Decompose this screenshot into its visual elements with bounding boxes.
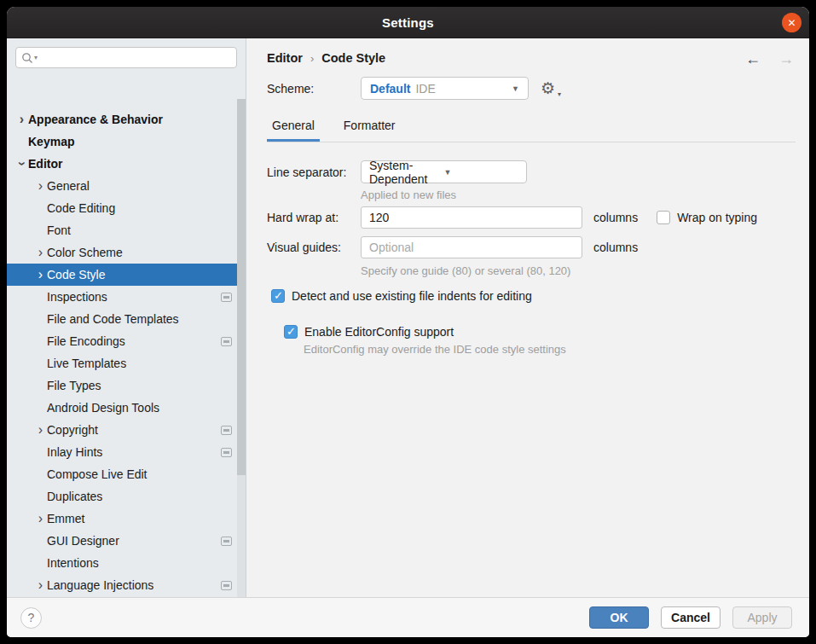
per-project-settings-icon [221,337,232,346]
cancel-button[interactable]: Cancel [661,606,721,629]
chevron-down-icon: ▼ [512,84,519,93]
scheme-gear-button[interactable]: ⚙▾ [541,80,555,96]
sidebar-item-appearance-behavior[interactable]: ›Appearance & Behavior [7,108,246,131]
sidebar-item-copyright[interactable]: ›Copyright [7,419,246,441]
sidebar-item-language-injections[interactable]: ›Language Injections [7,574,246,596]
back-arrow-icon[interactable]: ← [745,50,761,67]
search-icon [21,52,33,64]
sidebar-item-label: Color Scheme [47,246,123,259]
sidebar-item-label: Inlay Hints [47,445,102,459]
sidebar-item-android-design-tools[interactable]: Android Design Tools [7,397,246,419]
sidebar-item-label: Duplicates [47,490,102,503]
chevron-right-icon[interactable]: › [34,246,47,259]
per-project-settings-icon [221,448,232,457]
sidebar-item-duplicates[interactable]: Duplicates [7,485,246,508]
settings-sidebar: ▾ ›Appearance & BehaviorKeymap›Editor›Ge… [7,38,246,597]
ok-button[interactable]: OK [589,606,649,629]
scheme-row: Scheme: Default IDE ▼ ⚙▾ [267,77,796,100]
sidebar-item-label: Language Injections [47,578,153,592]
sidebar-item-label: File Types [47,379,101,392]
sidebar-item-label: Live Templates [47,357,126,370]
hard-wrap-label: Hard wrap at: [267,211,361,224]
settings-window: Settings ✕ ▾ ›Appearance & BehaviorKeyma… [7,7,809,637]
sidebar-item-file-types[interactable]: File Types [7,374,246,397]
chevron-down-icon: ▾ [558,91,561,98]
line-separator-label: Line separator: [267,165,361,179]
apply-button: Apply [732,606,792,629]
sidebar-tree: ›Appearance & BehaviorKeymap›Editor›Gene… [7,99,246,597]
editorconfig-checkbox[interactable] [284,325,298,339]
editorconfig-label: Enable EditorConfig support [304,325,454,339]
visual-guides-label: Visual guides: [267,241,361,254]
sidebar-item-file-and-code-templates[interactable]: File and Code Templates [7,308,246,330]
hard-wrap-input[interactable] [361,206,582,229]
close-icon: ✕ [787,17,796,29]
per-project-settings-icon [221,426,232,435]
chevron-right-icon[interactable]: › [34,179,47,193]
settings-content: Editor › Code Style ← → Scheme: Default … [246,38,809,597]
visual-guides-input[interactable] [361,236,582,258]
per-project-settings-icon [221,581,232,590]
sidebar-item-label: File Encodings [47,334,125,348]
sidebar-item-code-editing[interactable]: Code Editing [7,197,246,219]
detect-indents-checkbox[interactable] [271,289,285,303]
sidebar-item-label: Keymap [28,135,74,148]
chevron-right-icon[interactable]: › [34,578,47,592]
sidebar-item-inspections[interactable]: Inspections [7,286,246,308]
sidebar-item-general[interactable]: ›General [7,175,246,197]
sidebar-item-label: Android Design Tools [47,401,159,415]
sidebar-item-emmet[interactable]: ›Emmet [7,508,246,530]
per-project-settings-icon [221,293,232,302]
sidebar-item-intentions[interactable]: Intentions [7,552,246,574]
scheme-suffix: IDE [415,82,512,96]
sidebar-item-label: Font [47,223,71,237]
chevron-right-icon[interactable]: › [34,512,47,525]
dialog-footer: ? OK Cancel Apply [7,597,809,637]
chevron-right-icon[interactable]: › [15,113,28,126]
breadcrumb: Editor › Code Style [267,49,796,67]
help-icon: ? [28,611,35,624]
chevron-down-icon: ▼ [444,168,519,177]
search-box[interactable]: ▾ [15,47,237,68]
hard-wrap-suffix: columns [593,211,638,224]
wrap-on-typing-checkbox[interactable] [657,211,670,224]
sidebar-item-label: Intentions [47,556,99,570]
per-project-settings-icon [221,537,232,546]
line-separator-value: System-Dependent [369,159,444,186]
breadcrumb-separator: › [310,52,314,65]
sidebar-item-inlay-hints[interactable]: Inlay Hints [7,441,246,463]
sidebar-item-editor[interactable]: ›Editor [7,153,246,175]
tab-bar: General Formatter [267,114,796,142]
sidebar-scrollbar-thumb[interactable] [237,99,246,475]
visual-guides-suffix: columns [593,241,638,254]
breadcrumb-editor[interactable]: Editor [267,51,303,65]
sidebar-item-live-templates[interactable]: Live Templates [7,352,246,374]
sidebar-item-label: Emmet [47,512,84,525]
scheme-label: Scheme: [267,82,361,96]
sidebar-item-label: Copyright [47,423,98,437]
sidebar-item-label: Code Style [47,268,105,281]
breadcrumb-code-style: Code Style [321,51,385,65]
search-input[interactable] [38,51,231,64]
sidebar-item-gui-designer[interactable]: GUI Designer [7,530,246,552]
help-button[interactable]: ? [20,607,42,629]
line-separator-hint: Applied to new files [361,189,796,201]
sidebar-item-label: Editor [28,157,62,171]
tab-general[interactable]: General [267,114,320,142]
chevron-right-icon[interactable]: › [34,268,47,281]
sidebar-item-code-style[interactable]: ›Code Style [7,264,246,286]
scheme-value: Default [370,82,410,96]
line-separator-dropdown[interactable]: System-Dependent ▼ [361,160,527,183]
scheme-dropdown[interactable]: Default IDE ▼ [361,77,529,100]
close-button[interactable]: ✕ [782,13,802,32]
sidebar-item-compose-live-edit[interactable]: Compose Live Edit [7,463,246,485]
sidebar-item-color-scheme[interactable]: ›Color Scheme [7,241,246,264]
chevron-right-icon[interactable]: › [34,423,47,437]
sidebar-item-keymap[interactable]: Keymap [7,131,246,153]
wrap-on-typing-label: Wrap on typing [677,211,757,224]
sidebar-item-file-encodings[interactable]: File Encodings [7,330,246,352]
sidebar-item-label: Inspections [47,290,107,304]
chevron-down-icon[interactable]: › [15,158,29,171]
sidebar-item-font[interactable]: Font [7,219,246,241]
tab-formatter[interactable]: Formatter [339,114,401,142]
